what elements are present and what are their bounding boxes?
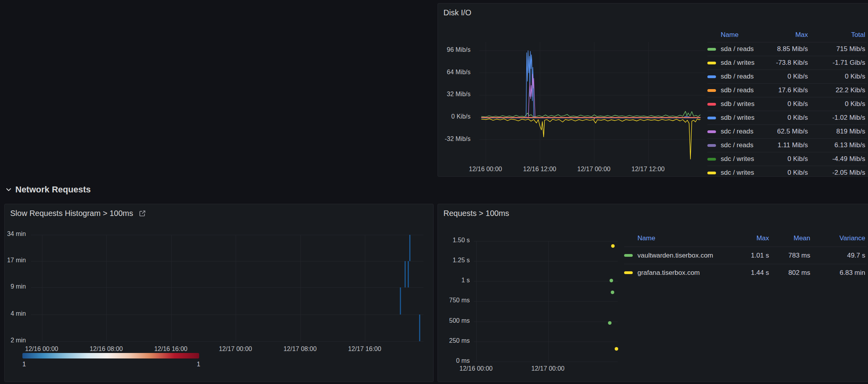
series-color-swatch[interactable]	[707, 62, 716, 64]
legend-value-total: 22.2 Kib/s	[808, 86, 865, 94]
axis-tick-label: 34 min	[0, 230, 26, 238]
series-color-swatch[interactable]	[707, 144, 716, 147]
legend-series-name[interactable]: sdc / writes	[721, 155, 757, 163]
series-color-swatch[interactable]	[707, 103, 716, 106]
legend-row[interactable]: vaultwarden.tiserbox.com1.01 s783 ms49.7…	[624, 247, 867, 264]
series-color-swatch[interactable]	[707, 172, 716, 174]
legend-swatch-cell	[707, 62, 721, 64]
legend-swatch-cell	[707, 172, 721, 174]
axis-tick-label: 17 min	[0, 257, 26, 264]
axis-tick-label: 12/17 00:00	[212, 346, 259, 353]
legend-swatch-cell	[707, 103, 721, 106]
legend-swatch-cell	[624, 271, 637, 274]
series-color-swatch[interactable]	[707, 75, 716, 78]
legend-series-name[interactable]: sdb / reads	[721, 73, 757, 80]
legend-value-max: 0 Kib/s	[757, 73, 808, 80]
axis-tick-label: 12/16 08:00	[82, 346, 130, 353]
heatmap-color-scale	[22, 353, 199, 358]
legend-value-variance: 6.83 min	[810, 269, 865, 277]
legend-row[interactable]: sda / writes-73.8 Kib/s-1.71 Gib/s	[707, 56, 867, 69]
legend-value-mean: 783 ms	[769, 252, 810, 260]
legend-value-total: -2.05 Mib/s	[808, 169, 865, 177]
axis-tick-label: 1 s	[432, 277, 470, 284]
gridline-horizontal	[474, 261, 618, 261]
histogram-chart-area[interactable]	[31, 226, 423, 341]
legend-value-max: 8.85 Mib/s	[757, 45, 808, 53]
legend-value-total: 715 Mib/s	[808, 45, 865, 53]
legend-header-mean[interactable]: Mean	[769, 234, 810, 242]
axis-tick-label: 12/17 12:00	[624, 166, 672, 173]
heatmap-cell	[405, 261, 406, 287]
heatmap-cell	[409, 235, 410, 261]
legend-value-max: -73.8 Kib/s	[757, 59, 808, 67]
legend-header-max[interactable]: Max	[757, 31, 808, 39]
scatter-point	[610, 279, 613, 282]
axis-tick-label: 1.50 s	[432, 237, 470, 244]
axis-tick-label: 750 ms	[432, 297, 470, 304]
color-scale-min-label: 1	[22, 361, 26, 368]
requests-legend-table: NameMaxMeanVariancevaultwarden.tiserbox.…	[624, 230, 867, 293]
gridline-vertical	[300, 235, 301, 341]
series-line	[482, 119, 701, 159]
legend-value-mean: 802 ms	[769, 269, 810, 277]
gridline-vertical	[365, 235, 365, 341]
series-color-swatch[interactable]	[707, 89, 716, 92]
series-color-swatch[interactable]	[707, 130, 716, 133]
chevron-down-icon	[5, 187, 12, 193]
legend-series-name[interactable]: grafana.tiserbox.com	[637, 269, 726, 277]
legend-series-name[interactable]: vaultwarden.tiserbox.com	[637, 252, 726, 260]
legend-row[interactable]: sdb / reads0 Kib/s0 Kib/s	[707, 69, 867, 83]
disk-io-chart-area[interactable]	[474, 40, 705, 169]
requests-panel-title[interactable]: Requests > 100ms	[443, 209, 509, 218]
legend-series-name[interactable]: sdc / reads	[721, 128, 757, 135]
legend-row[interactable]: sdb / writes0 Kib/s-1.02 Mib/s	[707, 111, 867, 124]
series-line	[482, 74, 701, 117]
legend-series-name[interactable]: sda / reads	[721, 45, 757, 53]
legend-value-max: 1.44 s	[726, 269, 769, 277]
legend-row[interactable]: sdc / reads62.5 Mib/s819 Mib/s	[707, 124, 867, 138]
legend-series-name[interactable]: sdb / writes	[721, 100, 757, 108]
legend-swatch-cell	[707, 158, 721, 161]
legend-swatch-cell	[707, 75, 721, 78]
legend-row[interactable]: sdc / writes0 Kib/s-4.49 Mib/s	[707, 152, 867, 166]
legend-series-name[interactable]: sda / writes	[721, 59, 757, 67]
legend-row[interactable]: sdc / reads1.11 Mib/s6.13 Mib/s	[707, 138, 867, 152]
section-network-requests[interactable]: Network Requests	[5, 185, 91, 195]
disk-io-panel-title[interactable]: Disk I/O	[443, 8, 471, 17]
legend-row[interactable]: sdb / reads17.6 Kib/s22.2 Kib/s	[707, 83, 867, 97]
legend-row[interactable]: sda / reads8.85 Mib/s715 Mib/s	[707, 42, 867, 56]
legend-value-total: -1.71 Gib/s	[808, 59, 865, 67]
color-scale-max-label: 1	[197, 361, 200, 368]
histogram-panel-title[interactable]: Slow Requests Histogram > 100ms	[10, 209, 146, 218]
series-line	[482, 111, 701, 117]
external-link-icon[interactable]	[139, 210, 146, 217]
panel-requests: Requests > 100ms NameMaxMeanVariancevaul…	[438, 204, 868, 382]
series-color-swatch[interactable]	[707, 117, 716, 119]
panel-disk-io: Disk I/O NameMaxTotalsda / reads8.85 Mib…	[438, 3, 868, 177]
legend-header-name[interactable]: Name	[637, 234, 726, 242]
legend-header-total[interactable]: Total	[808, 31, 865, 39]
legend-row[interactable]: sdc / writes0 Kib/s-2.05 Mib/s	[707, 166, 867, 177]
legend-row[interactable]: sdb / writes0 Kib/s0 Kib/s	[707, 97, 867, 111]
legend-series-name[interactable]: sdc / writes	[721, 169, 757, 177]
legend-header-max[interactable]: Max	[726, 234, 769, 242]
series-color-swatch[interactable]	[624, 254, 633, 257]
legend-series-name[interactable]: sdb / reads	[721, 86, 757, 94]
gridline-vertical	[106, 235, 107, 341]
series-color-swatch[interactable]	[624, 271, 633, 274]
heatmap-cell	[408, 261, 409, 287]
legend-value-max: 0 Kib/s	[757, 114, 808, 122]
requests-title-text: Requests > 100ms	[443, 209, 509, 218]
legend-header-variance[interactable]: Variance	[810, 234, 865, 242]
series-color-swatch[interactable]	[707, 48, 716, 51]
scatter-point	[611, 244, 615, 248]
legend-series-name[interactable]: sdb / writes	[721, 114, 757, 122]
legend-row[interactable]: grafana.tiserbox.com1.44 s802 ms6.83 min	[624, 264, 867, 281]
gridline-horizontal	[474, 362, 618, 362]
series-color-swatch[interactable]	[707, 158, 716, 161]
requests-chart-area[interactable]	[474, 236, 618, 362]
legend-series-name[interactable]: sdc / reads	[721, 141, 757, 149]
legend-value-variance: 49.7 s	[810, 252, 865, 260]
gridline-vertical	[548, 241, 549, 362]
legend-header-name[interactable]: Name	[721, 31, 757, 39]
